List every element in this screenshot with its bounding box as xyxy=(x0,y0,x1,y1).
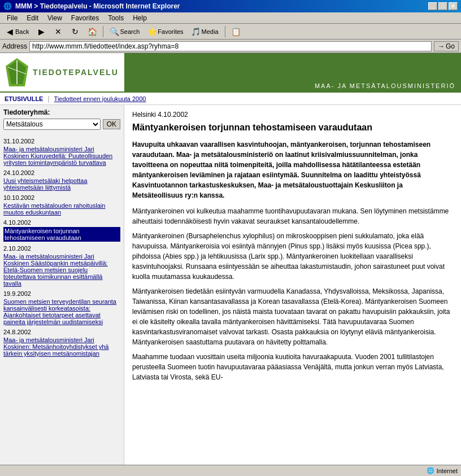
sidebar-link-1[interactable]: Uusi yhteismetsälaki helpottaa yhteismet… xyxy=(3,177,120,191)
menu-view[interactable]: View xyxy=(43,14,67,23)
refresh-button[interactable]: ↻ xyxy=(68,25,82,38)
home-icon: 🏠 xyxy=(88,27,97,36)
close-button[interactable]: ✕ xyxy=(449,2,458,10)
back-label: Back xyxy=(15,28,29,35)
toolbar: ◀ Back ▶ ✕ ↻ 🏠 🔍 Search ⭐ Favorites 🎵 Me… xyxy=(0,24,461,40)
ok-button[interactable]: OK xyxy=(103,119,120,129)
sidebar-date-6: 24.8.2002 xyxy=(3,329,120,335)
sidebar-link-5[interactable]: Suomen metsien terveydentilan seuranta k… xyxy=(3,298,120,325)
menubar: File Edit View Favorites Tools Help xyxy=(0,12,461,24)
article-lead: Havupuita uhkaavan vaarallisen kasvintuh… xyxy=(132,139,453,200)
site-header: TIEDOTEPALVELU MAA- JA METSÄTALOUSMINIST… xyxy=(0,53,461,93)
nav-sep: | xyxy=(47,95,49,103)
back-icon: ◀ xyxy=(5,27,14,36)
article-para-1: Mäntyankeroinen (Bursaphelenchus xylophi… xyxy=(132,231,453,282)
article-date: Helsinki 4.10.2002 xyxy=(132,111,453,119)
history-button[interactable]: 📋 xyxy=(229,25,243,38)
favorites-label: Favorites xyxy=(158,28,183,35)
forward-button[interactable]: ▶ xyxy=(34,25,49,38)
sidebar-date-4: 2.10.2002 xyxy=(3,245,120,252)
sidebar-link-2[interactable]: Kestävän metsätalouden rahoituslain muut… xyxy=(3,202,120,216)
minimize-button[interactable]: _ xyxy=(428,2,437,10)
article-title: Mäntyankeroisen torjunnan tehostamiseen … xyxy=(132,122,453,134)
statusbar-right: 🌐 Internet xyxy=(427,467,458,474)
forward-icon: ▶ xyxy=(37,27,46,36)
ministry-name: MAA- JA METSÄTALOUSMINISTERIÖ xyxy=(130,82,455,89)
nav-row: ETUSIVULLE | Tiedotteet ennen joulukuuta… xyxy=(0,93,461,105)
menu-edit[interactable]: Edit xyxy=(22,14,43,23)
status-right: Internet xyxy=(437,468,458,474)
sidebar-date-2: 10.10.2002 xyxy=(3,194,120,201)
logo-text-area: TIEDOTEPALVELU xyxy=(33,68,119,77)
logo-icon xyxy=(5,57,29,88)
sidebar-date-5: 19.9.2002 xyxy=(3,290,120,297)
refresh-icon: ↻ xyxy=(71,27,80,36)
address-label: Address xyxy=(2,42,27,50)
favorites-icon: ⭐ xyxy=(147,27,156,36)
tiedotoryhma-select[interactable]: Metsätalous xyxy=(3,119,101,130)
sidebar-link-0[interactable]: Maa- ja metsätalousministeri Jari Koskin… xyxy=(3,146,120,166)
media-icon: 🎵 xyxy=(192,27,201,36)
sidebar-link-6[interactable]: Maa- ja metsätalousministeri Jari Koskin… xyxy=(3,337,120,357)
archive-link[interactable]: Tiedotteet ennen joulukuuta 2000 xyxy=(54,95,146,102)
sidebar: Tiedoteryhmä: Metsätalous OK 31.10.2002 … xyxy=(0,105,124,465)
addressbar: Address → Go xyxy=(0,40,461,53)
sidebar-date-3: 4.10.2002 xyxy=(3,219,120,226)
logo-area: TIEDOTEPALVELU xyxy=(0,53,124,91)
internet-icon: 🌐 xyxy=(427,467,434,474)
media-button[interactable]: 🎵 Media xyxy=(189,25,221,38)
titlebar-left: 🌐 MMM > Tiedotepalvelu - Microsoft Inter… xyxy=(3,2,180,10)
page-container: TIEDOTEPALVELU MAA- JA METSÄTALOUSMINIST… xyxy=(0,53,461,465)
content-area: Tiedoteryhmä: Metsätalous OK 31.10.2002 … xyxy=(0,105,461,465)
menu-file[interactable]: File xyxy=(2,14,22,23)
media-label: Media xyxy=(202,28,219,35)
logo: TIEDOTEPALVELU xyxy=(5,57,119,88)
header-right: MAA- JA METSÄTALOUSMINISTERIÖ xyxy=(124,53,461,91)
etusivu-link[interactable]: ETUSIVULLE xyxy=(5,95,43,102)
home-button[interactable]: 🏠 xyxy=(85,25,99,38)
favorites-button[interactable]: ⭐ Favorites xyxy=(145,25,186,38)
search-label: Search xyxy=(120,28,140,35)
menu-favorites[interactable]: Favorites xyxy=(67,14,103,23)
history-icon: 📋 xyxy=(232,27,241,36)
window-titlebar: 🌐 MMM > Tiedotepalvelu - Microsoft Inter… xyxy=(0,0,461,12)
stop-icon: ✕ xyxy=(54,27,63,36)
search-icon: 🔍 xyxy=(110,27,119,36)
menu-help[interactable]: Help xyxy=(128,14,151,23)
window-title: MMM > Tiedotepalvelu - Microsoft Interne… xyxy=(15,2,180,10)
go-label: Go xyxy=(446,42,455,50)
go-arrow-icon: → xyxy=(438,42,445,50)
logo-text: TIEDOTEPALVELU xyxy=(33,68,119,77)
menu-tools[interactable]: Tools xyxy=(103,14,128,23)
article-para-3: Maahamme tuodaan vuosittain useita miljo… xyxy=(132,352,453,382)
sidebar-date-0: 31.10.2002 xyxy=(3,138,120,145)
sidebar-link-3[interactable]: Mäntyankeroisen torjunnan tehostamiseen … xyxy=(3,227,120,242)
maximize-button[interactable]: □ xyxy=(438,2,447,10)
sidebar-list: 31.10.2002 Maa- ja metsätalousministeri … xyxy=(3,134,120,358)
search-button[interactable]: 🔍 Search xyxy=(107,25,142,38)
stop-button[interactable]: ✕ xyxy=(51,25,66,38)
window-controls[interactable]: _ □ ✕ xyxy=(428,2,458,10)
article-para-0: Mäntyankeroinen voi kulkeutua maahamme t… xyxy=(132,206,453,226)
statusbar: 🌐 Internet xyxy=(0,465,461,476)
sidebar-link-4[interactable]: Maa- ja metsätalousministeri Jari Koskin… xyxy=(3,253,120,287)
toolbar-sep1 xyxy=(103,26,103,37)
address-input[interactable] xyxy=(29,41,432,51)
article-para-2: Mäntyankeroisen tiedetään esiintyvän var… xyxy=(132,286,453,347)
sidebar-select-row: Metsätalous OK xyxy=(3,119,120,130)
back-button[interactable]: ◀ Back xyxy=(2,25,32,38)
main-content[interactable]: Helsinki 4.10.2002 Mäntyankeroisen torju… xyxy=(124,105,461,465)
toolbar-sep2 xyxy=(225,26,225,37)
go-button[interactable]: → Go xyxy=(434,41,459,51)
sidebar-title: Tiedoteryhmä: xyxy=(3,108,120,116)
browser-icon: 🌐 xyxy=(3,2,12,10)
sidebar-date-1: 24.10.2002 xyxy=(3,169,120,176)
